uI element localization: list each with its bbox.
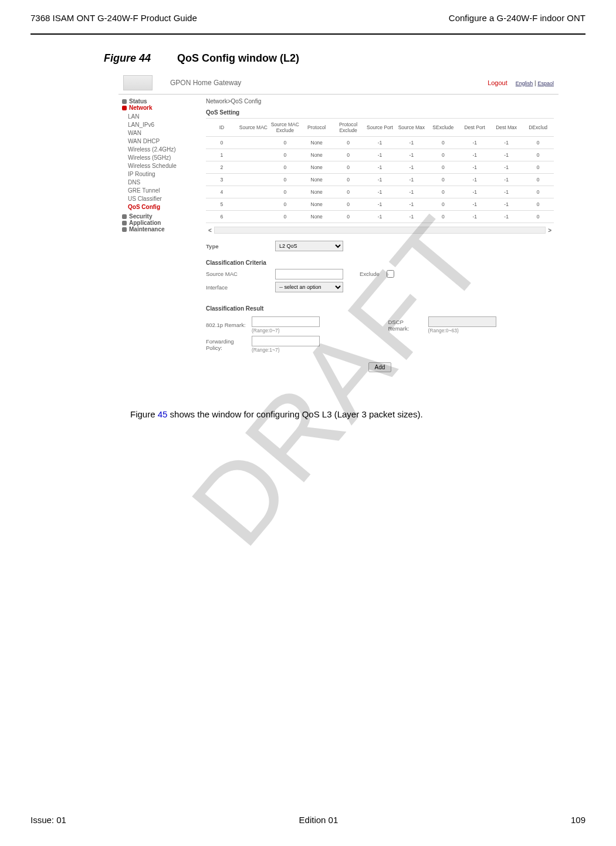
qos-table-header-row: ID Source MAC Source MAC Exclude Protoco… <box>206 119 554 137</box>
classification-result-heading: Classification Result <box>206 305 554 312</box>
scroll-left-button[interactable]: < <box>206 227 214 234</box>
nav-ip-routing[interactable]: IP Routing <box>128 170 201 178</box>
nav-wan-dhcp[interactable]: WAN DHCP <box>128 137 201 145</box>
classification-criteria-heading: Classification Criteria <box>206 259 554 266</box>
table-row[interactable]: 00None0-1-10-1-10 <box>206 137 554 149</box>
lang-espanol-link[interactable]: Espaol <box>537 80 554 86</box>
gear-icon <box>122 221 127 225</box>
nav-wireless-schedule[interactable]: Wireless Schedule <box>128 161 201 170</box>
interface-label: Interface <box>206 284 270 291</box>
type-label: Type <box>206 243 270 250</box>
body-paragraph: Figure 45 shows the window for configuri… <box>130 409 585 419</box>
page-footer: Issue: 01 Edition 01 109 <box>31 815 585 825</box>
table-hscroll: < > <box>206 227 554 234</box>
figure-label: Figure 44 <box>104 52 151 64</box>
table-row[interactable]: 40None0-1-10-1-10 <box>206 186 554 198</box>
nav-wireless-24[interactable]: Wireless (2.4GHz) <box>128 145 201 153</box>
app-header: GPON Home Gateway Logout English | Espao… <box>119 72 559 95</box>
breadcrumb: Network>QoS Config <box>206 98 554 105</box>
scroll-track[interactable] <box>214 227 546 234</box>
nav-maintenance[interactable]: Maintenance <box>122 226 201 232</box>
gear-icon <box>122 106 127 110</box>
nav-security[interactable]: Security <box>122 213 201 220</box>
table-row[interactable]: 50None0-1-10-1-10 <box>206 198 554 211</box>
language-switch: English | Espaol <box>516 80 554 86</box>
gear-icon <box>122 99 127 104</box>
nav-status[interactable]: Status <box>122 98 201 105</box>
table-row[interactable]: 20None0-1-10-1-10 <box>206 161 554 174</box>
footer-page-number: 109 <box>571 815 585 825</box>
table-row[interactable]: 30None0-1-10-1-10 <box>206 174 554 186</box>
dscp-remark-input[interactable] <box>428 316 496 327</box>
add-button[interactable]: Add <box>368 362 392 372</box>
doc-header-right: Configure a G-240W-F indoor ONT <box>449 13 585 23</box>
qos-table: ID Source MAC Source MAC Exclude Protoco… <box>206 118 554 223</box>
footer-issue: Issue: 01 <box>31 815 66 825</box>
qos-setting-heading: QoS Setting <box>206 109 554 116</box>
sidebar-nav: Status Network LAN LAN_IPv6 WAN WAN DHCP… <box>119 95 201 383</box>
gear-icon <box>122 227 127 232</box>
nav-wan[interactable]: WAN <box>128 129 201 137</box>
source-mac-label: Source MAC <box>206 271 270 277</box>
figure-caption: Figure 44 QoS Config window (L2) <box>104 52 585 65</box>
scroll-right-button[interactable]: > <box>546 227 554 234</box>
exclude-checkbox[interactable] <box>387 270 394 278</box>
nav-dns[interactable]: DNS <box>128 178 201 186</box>
nav-qos-config[interactable]: QoS Config <box>128 203 201 211</box>
nav-lan[interactable]: LAN <box>128 112 201 120</box>
nav-lan-ipv6[interactable]: LAN_IPv6 <box>128 120 201 129</box>
figure-title: QoS Config window (L2) <box>177 52 299 64</box>
source-mac-input[interactable] <box>275 269 343 279</box>
exclude-label: Exclude <box>360 271 380 277</box>
nav-gre-tunnel[interactable]: GRE Tunnel <box>128 186 201 194</box>
vendor-logo <box>123 75 153 90</box>
footer-edition: Edition 01 <box>299 815 339 825</box>
lang-english-link[interactable]: English <box>516 80 533 86</box>
fp-range: (Range:1~7) <box>252 347 280 353</box>
col-id: ID <box>206 119 238 137</box>
doc-header-left: 7368 ISAM ONT G-240W-F Product Guide <box>31 13 197 23</box>
header-rule <box>31 33 585 35</box>
forwarding-policy-label: Forwarding Policy: <box>206 338 247 351</box>
forwarding-policy-input[interactable] <box>252 336 320 346</box>
logout-link[interactable]: Logout <box>488 79 507 86</box>
nav-us-classifier[interactable]: US Classifier <box>128 194 201 203</box>
nav-application[interactable]: Application <box>122 220 201 226</box>
gear-icon <box>122 214 127 219</box>
nav-network[interactable]: Network <box>122 105 201 111</box>
8021p-remark-label: 802.1p Remark: <box>206 322 247 328</box>
type-select[interactable]: L2 QoS <box>275 241 343 251</box>
app-title: GPON Home Gateway <box>153 79 488 87</box>
dscp-range: (Range:0~63) <box>428 328 459 333</box>
8021p-remark-input[interactable] <box>252 316 320 327</box>
dscp-remark-label: DSCP Remark: <box>388 319 424 332</box>
main-panel: Network>QoS Config QoS Setting ID Source… <box>201 95 559 383</box>
screenshot-qos-config: GPON Home Gateway Logout English | Espao… <box>119 72 559 383</box>
interface-select[interactable]: -- select an option <box>275 282 343 292</box>
table-row[interactable]: 10None0-1-10-1-10 <box>206 149 554 161</box>
figure-45-link[interactable]: 45 <box>158 409 168 419</box>
table-row[interactable]: 60None0-1-10-1-10 <box>206 211 554 223</box>
nav-wireless-5[interactable]: Wireless (5GHz) <box>128 153 201 161</box>
8021p-range: (Range:0~7) <box>252 328 280 333</box>
